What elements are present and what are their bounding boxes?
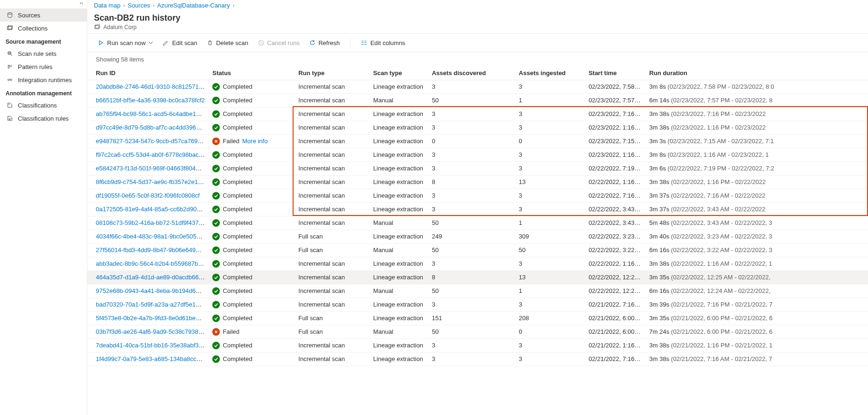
table-row[interactable]: 7deabd41-40ca-51bf-bb16-35e38abf30e0Comp… — [87, 338, 868, 352]
status-cell: Completed — [212, 151, 291, 159]
run-type-cell: Incremental scan — [294, 121, 369, 134]
start-time-cell: 02/22/2022, 1:16 PM — [585, 175, 645, 189]
run-id-link[interactable]: abb3adec-8b9c-56c4-b2b4-b559687b52b8 — [96, 260, 209, 267]
sidebar-item-pattern-rules[interactable]: Pattern rules — [0, 60, 87, 73]
collections-icon — [6, 25, 14, 31]
run-scan-button[interactable]: Run scan now — [94, 36, 157, 50]
table-row[interactable]: 08108c73-59b2-416a-bb72-51df9f43779aComp… — [87, 216, 868, 230]
run-history-table: Run ID Status Run type Scan type Assets … — [87, 67, 868, 366]
breadcrumb-link[interactable]: AzureSqlDatabase-Canary — [157, 2, 230, 9]
run-id-link[interactable]: 9752e68b-0943-4a41-8eba-9b194d6b723c — [96, 287, 209, 294]
chevron-right-icon: › — [232, 3, 234, 8]
table-row[interactable]: 8f6cb9d9-c754-5d37-ae9c-fb357e2e1978Comp… — [87, 175, 868, 189]
scan-type-cell: Manual — [370, 216, 428, 230]
table-row[interactable]: e9487827-5234-547c-9ccb-d57ca769e94fFail… — [87, 134, 868, 148]
sidebar-collapse-button[interactable]: ‹‹ — [0, 0, 87, 8]
col-header-scantype[interactable]: Scan type — [370, 67, 428, 80]
run-id-link[interactable]: 8f6cb9d9-c754-5d37-ae9c-fb357e2e1978 — [96, 178, 208, 185]
run-id-link[interactable]: 20abdb8e-2746-46d1-9310-8c812571d47f — [96, 83, 209, 90]
run-id-link[interactable]: d97cc49e-8d79-5d8b-af7c-ac4dd3961ebb — [96, 124, 209, 131]
start-time-cell: 02/22/2022, 1:16 A… — [585, 257, 645, 270]
col-header-status[interactable]: Status — [209, 67, 294, 80]
col-header-runid[interactable]: Run ID — [87, 67, 209, 80]
breadcrumb-link[interactable]: Sources — [128, 2, 150, 9]
start-time-cell: 02/21/2022, 7:16 A… — [585, 352, 645, 366]
table-row[interactable]: e5842473-f13d-501f-969f-04663f804bc0Comp… — [87, 161, 868, 175]
sidebar-item-collections[interactable]: Collections — [0, 22, 87, 35]
sidebar-item-integration-runtimes[interactable]: Integration runtimes — [0, 73, 87, 86]
table-row[interactable]: 464a35d7-d1a9-4d1d-ae89-d0acdb66da1dComp… — [87, 270, 868, 284]
table-row[interactable]: 03b7f3d6-ae26-4af6-9ad9-5c38c7938ebfFail… — [87, 325, 868, 338]
table-row[interactable]: abb3adec-8b9c-56c4-b2b4-b559687b52b8Comp… — [87, 257, 868, 270]
status-cell: Completed — [212, 287, 291, 295]
table-row[interactable]: 1f4d99c7-0a79-5e83-a685-134ba8cc6744Comp… — [87, 352, 868, 366]
check-circle-icon — [212, 287, 220, 295]
scan-type-cell: Lineage extraction — [370, 270, 428, 284]
table-row[interactable]: ab765f94-bc98-56c1-acd5-6c4adbe11851Comp… — [87, 107, 868, 121]
assets-ingested-cell: 3 — [515, 161, 585, 175]
run-id-link[interactable]: e9487827-5234-547c-9ccb-d57ca769e94f — [96, 138, 209, 145]
col-header-start[interactable]: Start time — [585, 67, 645, 80]
run-id-link[interactable]: 0a172505-81e9-4af4-85a5-cc6b2d908379 — [96, 206, 209, 213]
svg-point-0 — [8, 13, 12, 15]
status-text: Completed — [223, 246, 252, 254]
table-row[interactable]: bad70320-70a1-5d9f-a23a-a27df5e151adComp… — [87, 298, 868, 311]
run-id-link[interactable]: 08108c73-59b2-416a-bb72-51df9f43779a — [96, 219, 209, 226]
sidebar-item-sources[interactable]: Sources — [0, 8, 87, 22]
edit-columns-button[interactable]: Edit columns — [357, 36, 409, 50]
assets-ingested-cell: 3 — [515, 107, 585, 121]
run-id-link[interactable]: df19055f-0e65-5c0f-83f2-f096fc0808cf — [96, 192, 200, 199]
run-id-link[interactable]: 03b7f3d6-ae26-4af6-9ad9-5c38c7938ebf — [96, 328, 207, 335]
col-header-duration[interactable]: Run duration — [645, 67, 868, 80]
col-header-runtype[interactable]: Run type — [294, 67, 369, 80]
duration-cell: 3m 3s (02/23/2022, 7:15 AM - 02/23/2022,… — [645, 134, 868, 148]
col-header-assets-discovered[interactable]: Assets discovered — [428, 67, 515, 80]
status-text: Completed — [223, 219, 252, 226]
run-type-cell: Incremental scan — [294, 107, 369, 121]
edit-scan-button[interactable]: Edit scan — [159, 36, 201, 50]
assets-discovered-cell: 3 — [428, 107, 515, 121]
run-type-cell: Incremental scan — [294, 298, 369, 311]
more-info-link[interactable]: More info — [242, 138, 268, 145]
table-row[interactable]: 27f56014-fbd3-4dd9-8b47-9b06e649aba4Comp… — [87, 243, 868, 257]
run-id-link[interactable]: 5f4573e8-0b2e-4a7b-9fd3-8e0d61be6d30 — [96, 315, 209, 322]
duration-cell: 3m 8s (02/23/2022, 1:16 AM - 02/23/2022,… — [645, 148, 868, 161]
sidebar-item-classifications[interactable]: Classifications — [0, 99, 87, 112]
status-cell: Completed — [212, 233, 291, 240]
run-id-link[interactable]: 4034f66c-4be4-483c-98a1-9bc0e505c04f — [96, 233, 208, 240]
table-row[interactable]: 20abdb8e-2746-46d1-9310-8c812571d47fComp… — [87, 80, 868, 93]
table-row[interactable]: 9752e68b-0943-4a41-8eba-9b194d6b723cComp… — [87, 284, 868, 298]
table-row[interactable]: df19055f-0e65-5c0f-83f2-f096fc0808cfComp… — [87, 189, 868, 202]
refresh-button[interactable]: Refresh — [305, 36, 344, 50]
run-id-link[interactable]: 1f4d99c7-0a79-5e83-a685-134ba8cc6744 — [96, 355, 209, 362]
sidebar-item-classification-rules[interactable]: Classification rules — [0, 112, 87, 125]
breadcrumb-link[interactable]: Data map — [94, 2, 120, 9]
table-row[interactable]: 4034f66c-4be4-483c-98a1-9bc0e505c04fComp… — [87, 230, 868, 243]
status-cell: Failed — [212, 328, 291, 336]
col-header-assets-ingested[interactable]: Assets ingested — [515, 67, 585, 80]
run-id-link[interactable]: 27f56014-fbd3-4dd9-8b47-9b06e649aba4 — [96, 246, 209, 254]
table-scroll-container[interactable]: Run ID Status Run type Scan type Assets … — [87, 67, 868, 415]
run-id-link[interactable]: e5842473-f13d-501f-969f-04663f804bc0 — [96, 165, 205, 172]
check-circle-icon — [212, 355, 220, 363]
pencil-icon — [163, 39, 169, 46]
table-row[interactable]: 0a172505-81e9-4af4-85a5-cc6b2d908379Comp… — [87, 202, 868, 216]
sidebar-item-scan-rule-sets[interactable]: Scan rule sets — [0, 47, 87, 60]
table-row[interactable]: d97cc49e-8d79-5d8b-af7c-ac4dd3961ebbComp… — [87, 121, 868, 134]
delete-scan-button[interactable]: Delete scan — [203, 36, 252, 50]
status-text: Completed — [223, 110, 252, 117]
run-id-link[interactable]: 7deabd41-40ca-51bf-bb16-35e38abf30e0 — [96, 342, 209, 349]
run-id-link[interactable]: bad70320-70a1-5d9f-a23a-a27df5e151ad — [96, 301, 209, 308]
run-id-link[interactable]: ab765f94-bc98-56c1-acd5-6c4adbe11851 — [96, 110, 209, 117]
assets-discovered-cell: 50 — [428, 93, 515, 107]
table-row[interactable]: 5f4573e8-0b2e-4a7b-9fd3-8e0d61be6d30Comp… — [87, 311, 868, 325]
assets-ingested-cell: 3 — [515, 257, 585, 270]
run-id-link[interactable]: b66512bf-bf5e-4a36-9398-bc0ca378fcf2 — [96, 97, 205, 104]
status-text: Completed — [223, 206, 252, 213]
table-row[interactable]: b66512bf-bf5e-4a36-9398-bc0ca378fcf2Comp… — [87, 93, 868, 107]
run-id-link[interactable]: 464a35d7-d1a9-4d1d-ae89-d0acdb66da1d — [96, 274, 209, 281]
table-row[interactable]: f97c2ca6-ccf5-53d4-ab0f-6778c98bac37Comp… — [87, 148, 868, 161]
run-type-cell: Incremental scan — [294, 93, 369, 107]
duration-cell: 3m 38s (02/21/2022, 7:16 AM - 02/21/2022… — [645, 352, 868, 366]
run-id-link[interactable]: f97c2ca6-ccf5-53d4-ab0f-6778c98bac37 — [96, 151, 205, 158]
